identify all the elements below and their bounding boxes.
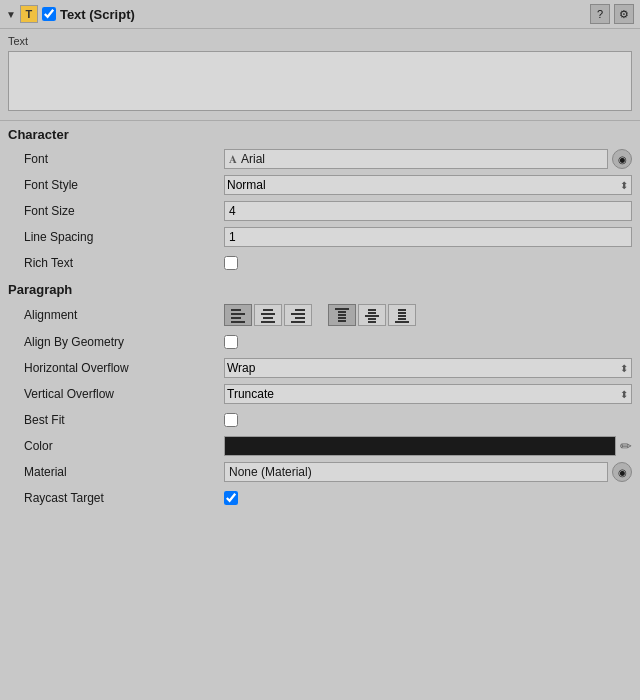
- settings-button[interactable]: ⚙: [614, 4, 634, 24]
- color-picker[interactable]: [224, 436, 616, 456]
- align-center-button[interactable]: [254, 304, 282, 326]
- raycast-target-checkbox[interactable]: [224, 491, 238, 505]
- svg-rect-4: [263, 309, 273, 311]
- svg-rect-23: [398, 312, 406, 314]
- svg-rect-2: [231, 317, 241, 319]
- align-right-icon: [290, 307, 306, 323]
- color-value: ✏: [224, 436, 632, 456]
- font-style-select[interactable]: Normal Bold Italic Bold Italic: [224, 175, 632, 195]
- horizontal-overflow-value: Wrap Overflow: [224, 358, 632, 378]
- character-section: Character Font 𝐀 Arial ◉ Font Style Norm…: [0, 121, 640, 276]
- font-row: Font 𝐀 Arial ◉: [0, 146, 640, 172]
- svg-rect-5: [261, 313, 275, 315]
- align-right-button[interactable]: [284, 304, 312, 326]
- align-top-icon: [334, 307, 350, 323]
- rich-text-label: Rich Text: [24, 256, 224, 270]
- component-icon: T: [20, 5, 38, 23]
- vertical-overflow-label: Vertical Overflow: [24, 387, 224, 401]
- component-enabled-checkbox[interactable]: [42, 7, 56, 21]
- svg-rect-19: [365, 315, 379, 317]
- best-fit-label: Best Fit: [24, 413, 224, 427]
- raycast-target-row: Raycast Target: [0, 485, 640, 511]
- font-style-label: Font Style: [24, 178, 224, 192]
- font-size-value: [224, 201, 632, 221]
- font-size-input[interactable]: [224, 201, 632, 221]
- alignment-value: [224, 304, 632, 326]
- svg-rect-15: [338, 317, 346, 319]
- line-spacing-input[interactable]: [224, 227, 632, 247]
- font-a-icon: 𝐀: [229, 153, 237, 166]
- svg-rect-1: [231, 313, 245, 315]
- align-by-geometry-checkbox[interactable]: [224, 335, 238, 349]
- gear-icon: ⚙: [619, 8, 629, 21]
- align-bottom-button[interactable]: [388, 304, 416, 326]
- text-label: Text: [8, 35, 632, 47]
- font-style-value: Normal Bold Italic Bold Italic: [224, 175, 632, 195]
- paragraph-section: Paragraph Alignment: [0, 276, 640, 433]
- raycast-target-label: Raycast Target: [24, 491, 224, 505]
- material-row: Material None (Material) ◉: [0, 459, 640, 485]
- rich-text-value: [224, 256, 632, 270]
- horizontal-overflow-select[interactable]: Wrap Overflow: [224, 358, 632, 378]
- svg-rect-20: [368, 318, 376, 320]
- align-by-geometry-value: [224, 335, 632, 349]
- line-spacing-row: Line Spacing: [0, 224, 640, 250]
- font-picker-button[interactable]: ◉: [612, 149, 632, 169]
- material-field: None (Material): [224, 462, 608, 482]
- font-size-row: Font Size: [0, 198, 640, 224]
- horizontal-overflow-row: Horizontal Overflow Wrap Overflow: [0, 355, 640, 381]
- svg-rect-22: [398, 309, 406, 311]
- pencil-icon[interactable]: ✏: [620, 438, 632, 454]
- svg-rect-12: [335, 308, 349, 310]
- align-by-geometry-label: Align By Geometry: [24, 335, 224, 349]
- align-left-button[interactable]: [224, 304, 252, 326]
- rich-text-checkbox[interactable]: [224, 256, 238, 270]
- align-center-icon: [260, 307, 276, 323]
- help-icon: ?: [597, 8, 603, 20]
- material-picker-button[interactable]: ◉: [612, 462, 632, 482]
- alignment-row: Alignment: [0, 301, 640, 329]
- character-section-header: Character: [0, 121, 640, 146]
- font-value-text: Arial: [241, 152, 265, 166]
- panel-title: Text (Script): [60, 7, 586, 22]
- svg-rect-26: [395, 321, 409, 323]
- best-fit-row: Best Fit: [0, 407, 640, 433]
- svg-rect-9: [291, 313, 305, 315]
- best-fit-value: [224, 413, 632, 427]
- alignment-label: Alignment: [24, 308, 224, 322]
- font-label: Font: [24, 152, 224, 166]
- material-label: Material: [24, 465, 224, 479]
- collapse-chevron-icon[interactable]: ▼: [6, 9, 16, 20]
- line-spacing-value: [224, 227, 632, 247]
- vertical-overflow-value: Truncate Overflow: [224, 384, 632, 404]
- best-fit-checkbox[interactable]: [224, 413, 238, 427]
- vertical-align-group: [328, 304, 416, 326]
- align-middle-button[interactable]: [358, 304, 386, 326]
- rich-text-row: Rich Text: [0, 250, 640, 276]
- font-style-row: Font Style Normal Bold Italic Bold Itali…: [0, 172, 640, 198]
- svg-rect-7: [261, 321, 275, 323]
- svg-rect-3: [231, 321, 245, 323]
- text-input[interactable]: [8, 51, 632, 111]
- align-top-button[interactable]: [328, 304, 356, 326]
- font-style-select-wrapper: Normal Bold Italic Bold Italic: [224, 175, 632, 195]
- paragraph-section-header: Paragraph: [0, 276, 640, 301]
- text-section: Text: [0, 29, 640, 121]
- material-circle-icon: ◉: [618, 467, 627, 478]
- svg-rect-18: [368, 312, 376, 314]
- color-row: Color ✏: [0, 433, 640, 459]
- align-bottom-icon: [394, 307, 410, 323]
- svg-rect-17: [368, 309, 376, 311]
- svg-rect-6: [263, 317, 273, 319]
- vertical-overflow-select[interactable]: Truncate Overflow: [224, 384, 632, 404]
- horizontal-overflow-select-wrapper: Wrap Overflow: [224, 358, 632, 378]
- raycast-target-value: [224, 491, 632, 505]
- material-value-text: None (Material): [229, 465, 312, 479]
- svg-rect-14: [338, 314, 346, 316]
- text-script-panel: ▼ T Text (Script) ? ⚙ Text Character Fon…: [0, 0, 640, 511]
- line-spacing-label: Line Spacing: [24, 230, 224, 244]
- align-by-geometry-row: Align By Geometry: [0, 329, 640, 355]
- font-field: 𝐀 Arial: [224, 149, 608, 169]
- svg-rect-0: [231, 309, 241, 311]
- help-button[interactable]: ?: [590, 4, 610, 24]
